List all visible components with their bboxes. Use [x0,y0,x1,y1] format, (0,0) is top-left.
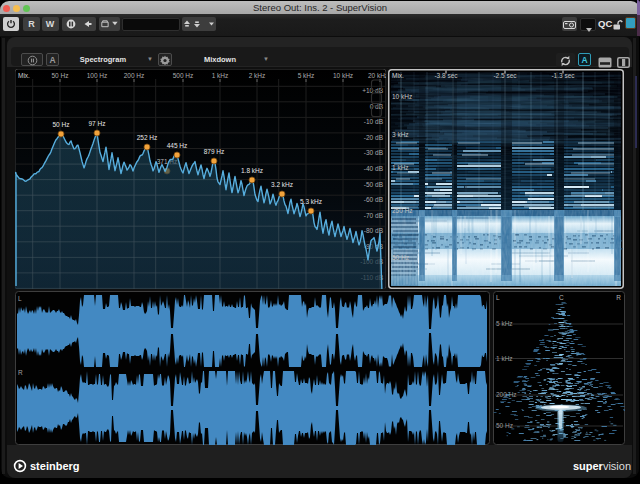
svg-text:500 Hz: 500 Hz [173,72,194,79]
svg-text:1 kHz: 1 kHz [392,164,409,171]
svg-text:50 Hz: 50 Hz [53,121,70,128]
svg-text:100 Hz: 100 Hz [87,72,108,79]
svg-text:-50 dB: -50 dB [364,181,383,188]
svg-text:3.2 kHz: 3.2 kHz [271,181,293,188]
svg-text:50 Hz: 50 Hz [496,422,513,429]
svg-text:97 Hz: 97 Hz [89,120,106,127]
svg-text:R: R [18,369,23,376]
svg-text:5.3 kHz: 5.3 kHz [300,198,322,205]
svg-text:10 kHz: 10 kHz [392,93,412,100]
svg-text:250 Hz: 250 Hz [392,207,413,214]
svg-text:252 Hz: 252 Hz [137,134,158,141]
svg-text:50 Hz: 50 Hz [392,254,409,261]
svg-text:L: L [18,295,22,302]
svg-text:-70 dB: -70 dB [364,212,383,219]
svg-text:-10 dB: -10 dB [364,118,383,125]
svg-text:200 Hz: 200 Hz [124,72,145,79]
svg-text:2 kHz: 2 kHz [249,72,266,79]
svg-text:10 kHz: 10 kHz [333,72,353,79]
svg-text:1.8 kHz: 1.8 kHz [241,167,263,174]
svg-text:-20 dB: -20 dB [364,134,383,141]
svg-text:5 kHz: 5 kHz [298,72,315,79]
svg-text:1 kHz: 1 kHz [212,72,229,79]
svg-text:20 kHz: 20 kHz [368,72,386,79]
svg-text:200 Hz: 200 Hz [496,391,517,398]
svg-text:-60 dB: -60 dB [364,196,383,203]
svg-text:879 Hz: 879 Hz [204,148,225,155]
svg-text:C: C [559,294,564,301]
svg-text:1 kHz: 1 kHz [496,355,513,362]
svg-text:50 Hz: 50 Hz [52,72,69,79]
svg-text:445 Hz: 445 Hz [167,142,188,149]
svg-text:R: R [616,294,621,301]
svg-text:Mix.: Mix. [18,72,30,79]
svg-text:-30 dB: -30 dB [364,149,383,156]
svg-text:L: L [496,294,500,301]
svg-text:steinberg: steinberg [30,460,80,472]
svg-text:Mix.: Mix. [392,72,404,79]
svg-text:-40 dB: -40 dB [364,165,383,172]
svg-text:5 kHz: 5 kHz [496,320,513,327]
svg-text:supervision: supervision [573,460,631,472]
svg-text:3 kHz: 3 kHz [392,131,409,138]
